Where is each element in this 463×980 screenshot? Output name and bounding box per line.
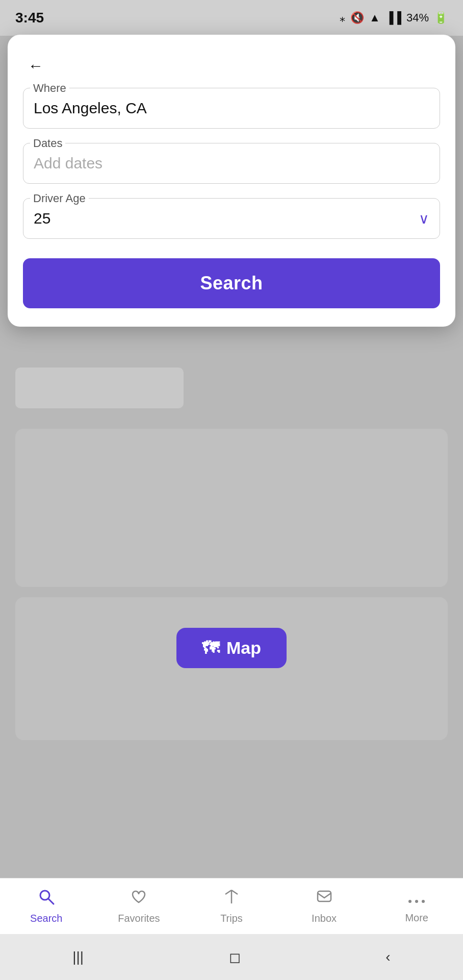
inbox-nav-icon: [316, 888, 333, 910]
dates-field-group: Dates Add dates: [23, 143, 440, 184]
where-value: Los Angeles, CA: [34, 100, 147, 117]
bg-block-top: [15, 368, 184, 408]
map-icon: 🗺: [202, 638, 219, 658]
bottom-nav: Search Favorites Trips Inbox: [0, 878, 463, 934]
svg-point-8: [422, 900, 425, 903]
map-button[interactable]: 🗺 Map: [176, 628, 287, 668]
battery-icon: 🔋: [434, 11, 448, 24]
android-nav-bar: ||| ◻ ‹: [0, 934, 463, 980]
driver-age-field-group: Driver Age 25 ∨: [23, 198, 440, 239]
mute-icon: 🔇: [350, 11, 364, 24]
where-label: Where: [30, 82, 69, 95]
svg-line-1: [48, 899, 54, 904]
android-home-btn[interactable]: ◻: [229, 949, 241, 966]
nav-label-more: More: [405, 912, 428, 924]
svg-rect-5: [318, 891, 331, 901]
svg-line-3: [225, 890, 232, 894]
nav-item-more[interactable]: More: [391, 889, 442, 924]
chevron-down-icon: ∨: [419, 210, 429, 227]
dates-field[interactable]: Add dates: [23, 143, 440, 184]
nav-item-inbox[interactable]: Inbox: [299, 888, 350, 924]
bluetooth-icon: ⁎: [340, 11, 345, 24]
dates-label: Dates: [30, 137, 65, 150]
more-nav-icon: [408, 889, 425, 909]
bg-block-mid: [15, 429, 448, 587]
search-button[interactable]: Search: [23, 258, 440, 308]
nav-item-search[interactable]: Search: [21, 888, 72, 924]
back-button[interactable]: ←: [23, 53, 48, 79]
where-field-group: Where Los Angeles, CA: [23, 88, 440, 129]
svg-point-7: [415, 900, 418, 903]
android-recents-btn[interactable]: |||: [72, 949, 84, 965]
status-time: 3:45: [15, 10, 44, 26]
map-button-label: Map: [226, 638, 261, 658]
battery-label: 34%: [406, 11, 429, 24]
driver-age-value: 25: [34, 210, 50, 227]
nav-label-trips: Trips: [220, 913, 243, 924]
search-modal: ← Where Los Angeles, CA Dates Add dates …: [8, 35, 455, 327]
driver-age-label: Driver Age: [30, 192, 89, 205]
dates-placeholder: Add dates: [34, 155, 102, 172]
nav-label-favorites: Favorites: [118, 913, 160, 924]
nav-item-trips[interactable]: Trips: [206, 888, 257, 924]
search-nav-icon: [38, 888, 55, 910]
status-bar: 3:45 ⁎ 🔇 ▲ ▐▐ 34% 🔋: [0, 0, 463, 36]
signal-icon: ▐▐: [385, 11, 401, 24]
bg-block-lower: [15, 597, 448, 740]
svg-line-4: [232, 890, 238, 894]
nav-item-favorites[interactable]: Favorites: [113, 888, 164, 924]
android-back-btn[interactable]: ‹: [385, 949, 390, 965]
heart-nav-icon: [130, 888, 147, 910]
nav-label-search: Search: [30, 913, 62, 924]
trips-nav-icon: [223, 888, 240, 910]
nav-label-inbox: Inbox: [312, 913, 337, 924]
svg-point-6: [408, 900, 411, 903]
where-field[interactable]: Los Angeles, CA: [23, 88, 440, 129]
wifi-icon: ▲: [369, 11, 380, 24]
back-arrow-icon: ←: [28, 57, 43, 75]
status-icons: ⁎ 🔇 ▲ ▐▐ 34% 🔋: [340, 11, 448, 24]
